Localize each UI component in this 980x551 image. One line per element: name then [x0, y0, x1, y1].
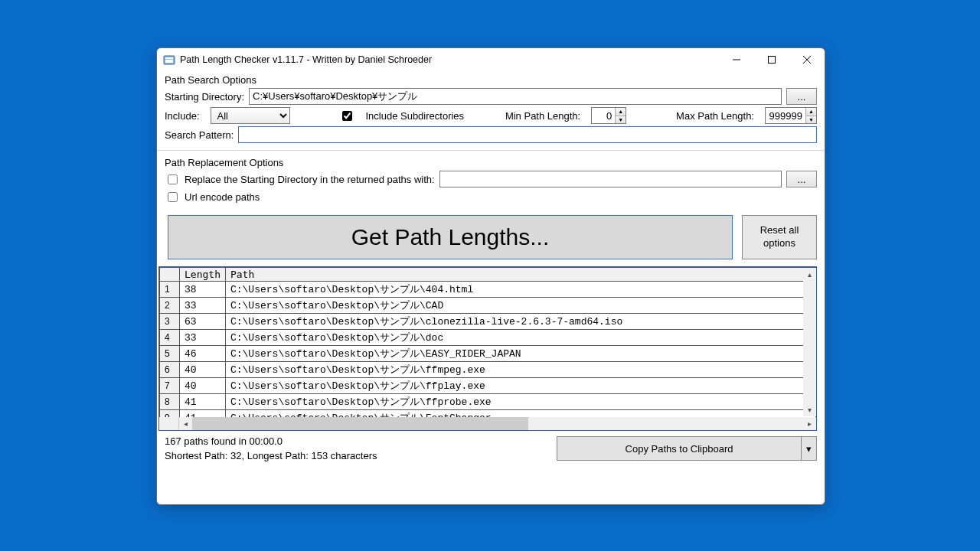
- replace-value-input[interactable]: [439, 171, 782, 187]
- cell-path[interactable]: C:\Users\softaro\Desktop\サンプル\ffmpeg.exe: [225, 362, 815, 378]
- status-range: Shortest Path: 32, Longest Path: 153 cha…: [165, 450, 557, 461]
- starting-dir-input[interactable]: [249, 88, 782, 105]
- cell-path[interactable]: C:\Users\softaro\Desktop\サンプル\EASY_RIDER…: [225, 346, 815, 362]
- cell-path[interactable]: C:\Users\softaro\Desktop\サンプル\ffplay.exe: [225, 378, 815, 394]
- row-number[interactable]: 1: [160, 282, 180, 298]
- cell-path[interactable]: C:\Users\softaro\Desktop\サンプル\doc: [225, 330, 815, 346]
- table-row[interactable]: 433C:\Users\softaro\Desktop\サンプル\doc: [160, 330, 816, 346]
- include-subdirs-label: Include Subdirectories: [365, 110, 464, 122]
- cell-path[interactable]: C:\Users\softaro\Desktop\サンプル\clonezilla…: [225, 314, 815, 330]
- cell-path[interactable]: C:\Users\softaro\Desktop\サンプル\FontChange…: [225, 410, 815, 418]
- row-header-blank[interactable]: [160, 268, 180, 282]
- svg-rect-2: [165, 60, 173, 63]
- reset-options-button[interactable]: Reset all options: [742, 215, 817, 259]
- svg-rect-4: [769, 57, 776, 64]
- min-path-spinner[interactable]: ▲▼: [591, 107, 626, 124]
- search-pattern-label: Search Pattern:: [165, 129, 234, 141]
- table-row[interactable]: 740C:\Users\softaro\Desktop\サンプル\ffplay.…: [160, 378, 816, 394]
- row-number[interactable]: 3: [160, 314, 180, 330]
- replacement-options-label: Path Replacement Options: [165, 157, 817, 168]
- cell-length[interactable]: 41: [180, 410, 226, 418]
- search-options-label: Path Search Options: [165, 74, 817, 86]
- titlebar: Path Length Checker v1.11.7 - Written by…: [157, 48, 825, 71]
- divider: [157, 150, 825, 151]
- results-grid[interactable]: Length Path 138C:\Users\softaro\Desktop\…: [158, 266, 817, 431]
- table-row[interactable]: 546C:\Users\softaro\Desktop\サンプル\EASY_RI…: [160, 346, 816, 362]
- replace-start-label: Replace the Starting Directory in the re…: [185, 174, 435, 185]
- table-row[interactable]: 138C:\Users\softaro\Desktop\サンプル\404.htm…: [160, 282, 816, 298]
- scroll-thumb[interactable]: [192, 417, 528, 430]
- close-button[interactable]: [789, 48, 825, 71]
- copy-paths-button[interactable]: Copy Paths to Clipboard: [557, 436, 802, 461]
- row-number[interactable]: 7: [160, 378, 180, 394]
- svg-rect-1: [165, 57, 173, 59]
- min-path-label: Min Path Length:: [505, 110, 580, 122]
- minimize-button[interactable]: [719, 48, 754, 71]
- cell-length[interactable]: 33: [180, 298, 226, 314]
- spin-down-icon: ▼: [806, 116, 816, 124]
- spin-up-icon: ▲: [806, 108, 816, 116]
- copy-paths-dropdown[interactable]: ▾: [802, 436, 817, 461]
- cell-length[interactable]: 40: [180, 362, 226, 378]
- chevron-down-icon: ▾: [806, 443, 812, 455]
- search-options-section: Path Search Options Starting Directory: …: [157, 71, 825, 147]
- include-select[interactable]: All: [211, 107, 290, 124]
- row-number[interactable]: 8: [160, 394, 180, 410]
- max-path-spinner[interactable]: ▲▼: [765, 107, 817, 124]
- table-row[interactable]: 363C:\Users\softaro\Desktop\サンプル\clonezi…: [160, 314, 816, 330]
- vertical-scrollbar[interactable]: ▴ ▾: [803, 268, 816, 416]
- replace-start-checkbox[interactable]: [168, 174, 178, 184]
- max-path-input[interactable]: [766, 108, 805, 123]
- replacement-options-section: Path Replacement Options Replace the Sta…: [157, 154, 825, 208]
- include-subdirs-checkbox[interactable]: [342, 111, 352, 121]
- cell-length[interactable]: 63: [180, 314, 226, 330]
- scroll-up-icon[interactable]: ▴: [803, 268, 816, 281]
- browse-replace-button[interactable]: ...: [786, 171, 817, 187]
- table-row[interactable]: 941C:\Users\softaro\Desktop\サンプル\FontCha…: [160, 410, 816, 418]
- get-path-lengths-button[interactable]: Get Path Lengths...: [168, 215, 733, 259]
- cell-length[interactable]: 40: [180, 378, 226, 394]
- starting-dir-label: Starting Directory:: [165, 91, 244, 103]
- table-row[interactable]: 841C:\Users\softaro\Desktop\サンプル\ffprobe…: [160, 394, 816, 410]
- col-header-path[interactable]: Path: [225, 268, 815, 282]
- horizontal-scrollbar[interactable]: ◂ ▸: [159, 417, 816, 430]
- cell-path[interactable]: C:\Users\softaro\Desktop\サンプル\ffprobe.ex…: [225, 394, 815, 410]
- include-label: Include:: [165, 110, 200, 122]
- cell-path[interactable]: C:\Users\softaro\Desktop\サンプル\404.html: [225, 282, 815, 298]
- search-pattern-input[interactable]: [238, 126, 817, 143]
- row-number[interactable]: 5: [160, 346, 180, 362]
- cell-length[interactable]: 38: [180, 282, 226, 298]
- scroll-left-icon[interactable]: ◂: [179, 417, 192, 430]
- spin-up-icon: ▲: [616, 108, 626, 116]
- status-bar: 167 paths found in 00:00.0 Shortest Path…: [157, 431, 825, 466]
- app-window: Path Length Checker v1.11.7 - Written by…: [156, 47, 825, 505]
- app-icon: [163, 54, 175, 66]
- url-encode-checkbox[interactable]: [168, 192, 178, 202]
- status-found: 167 paths found in 00:00.0: [165, 435, 557, 447]
- url-encode-label: Url encode paths: [185, 191, 260, 203]
- spin-down-icon: ▼: [616, 116, 626, 124]
- browse-starting-dir-button[interactable]: ...: [786, 88, 817, 105]
- max-path-label: Max Path Length:: [676, 110, 754, 122]
- scroll-down-icon[interactable]: ▾: [803, 403, 816, 416]
- row-number[interactable]: 6: [160, 362, 180, 378]
- window-title: Path Length Checker v1.11.7 - Written by…: [180, 54, 719, 65]
- cell-path[interactable]: C:\Users\softaro\Desktop\サンプル\CAD: [225, 298, 815, 314]
- scroll-right-icon[interactable]: ▸: [803, 417, 816, 430]
- col-header-length[interactable]: Length: [180, 268, 226, 282]
- maximize-button[interactable]: [754, 48, 789, 71]
- row-number[interactable]: 9: [160, 410, 180, 418]
- cell-length[interactable]: 46: [180, 346, 226, 362]
- cell-length[interactable]: 41: [180, 394, 226, 410]
- row-number[interactable]: 2: [160, 298, 180, 314]
- cell-length[interactable]: 33: [180, 330, 226, 346]
- row-number[interactable]: 4: [160, 330, 180, 346]
- table-row[interactable]: 233C:\Users\softaro\Desktop\サンプル\CAD: [160, 298, 816, 314]
- table-row[interactable]: 640C:\Users\softaro\Desktop\サンプル\ffmpeg.…: [160, 362, 816, 378]
- min-path-input[interactable]: [592, 108, 615, 123]
